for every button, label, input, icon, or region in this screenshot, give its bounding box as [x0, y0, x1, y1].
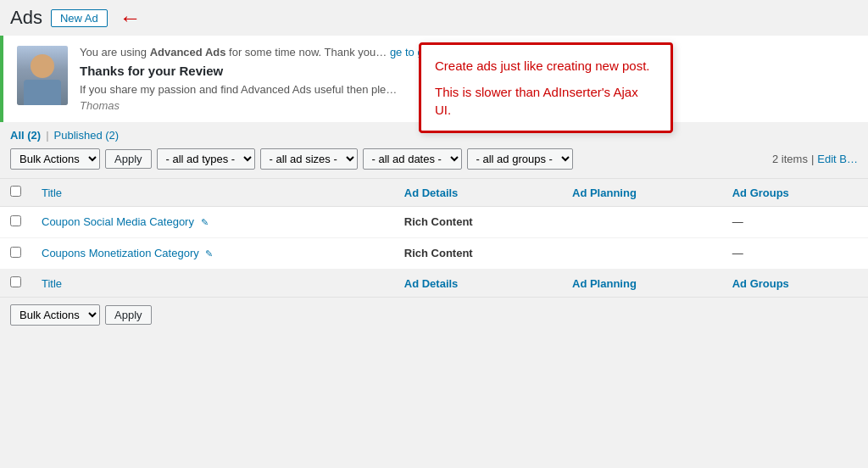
row1-groups: —	[722, 207, 868, 238]
check-footer-header	[0, 270, 31, 298]
tooltip-line2: This is slower than AdInserter's Ajax UI…	[435, 83, 657, 119]
notice-bold: Advanced Ads	[150, 46, 226, 58]
avatar-image	[17, 46, 68, 105]
th-ad-details: Ad Details	[394, 179, 562, 207]
ads-table: Title Ad Details Ad Planning Ad Groups C…	[0, 178, 868, 298]
check-all-checkbox[interactable]	[10, 186, 21, 197]
tf-ad-groups: Ad Groups	[722, 270, 868, 298]
avatar-head	[31, 54, 54, 78]
row2-detail: Rich Content	[394, 238, 562, 270]
filter-separator: |	[46, 129, 48, 142]
tab-published-link[interactable]: Published (2)	[54, 129, 120, 142]
table-footer-row: Title Ad Details Ad Planning Ad Groups	[0, 270, 868, 298]
th-title-link[interactable]: Title	[42, 187, 62, 199]
row1-check	[0, 207, 31, 238]
tf-title-link[interactable]: Title	[42, 277, 62, 290]
table-head: Title Ad Details Ad Planning Ad Groups	[0, 179, 868, 207]
row1-detail: Rich Content	[394, 207, 562, 238]
row2-detail-text: Rich Content	[404, 247, 473, 259]
edit-bulk-link[interactable]: Edit B…	[817, 153, 858, 165]
row1-title-link[interactable]: Coupon Social Media Category	[42, 215, 194, 228]
ad-dates-select[interactable]: - all ad dates -	[363, 148, 462, 170]
tf-ad-details: Ad Details	[394, 270, 562, 298]
row2-title-link[interactable]: Coupons Monetization Category	[42, 247, 199, 259]
th-title: Title	[31, 179, 394, 207]
row2-groups: —	[722, 238, 868, 270]
apply-button[interactable]: Apply	[105, 149, 152, 169]
ad-groups-select[interactable]: - all ad groups -	[467, 148, 573, 170]
row2-title: Coupons Monetization Category ✎	[31, 238, 394, 270]
toolbar: Bulk Actions Apply - all ad types - - al…	[10, 148, 858, 170]
avatar	[17, 46, 68, 105]
bottom-toolbar: Bulk Actions Apply	[0, 298, 868, 332]
bulk-actions-select[interactable]: Bulk Actions	[10, 148, 100, 170]
row2-check	[0, 238, 31, 270]
table-body: Coupon Social Media Category ✎ Rich Cont…	[0, 207, 868, 298]
items-count: 2 items | Edit B…	[772, 153, 858, 165]
row1-detail-text: Rich Content	[404, 215, 473, 228]
row1-checkbox[interactable]	[10, 215, 21, 226]
row2-checkbox[interactable]	[10, 247, 21, 258]
bottom-apply-button[interactable]: Apply	[105, 305, 152, 325]
tf-ad-planning: Ad Planning	[562, 270, 722, 298]
row1-groups-dash: —	[732, 215, 743, 228]
tab-all-link[interactable]: All (2)	[10, 129, 41, 142]
th-ad-groups: Ad Groups	[722, 179, 868, 207]
page-title: Ads	[10, 7, 42, 29]
table-header-row: Title Ad Details Ad Planning Ad Groups	[0, 179, 868, 207]
tab-all[interactable]: All (2)	[10, 129, 41, 142]
check-footer-checkbox[interactable]	[10, 276, 21, 287]
table-row: Coupon Social Media Category ✎ Rich Cont…	[0, 207, 868, 238]
row1-edit-icon: ✎	[201, 217, 209, 227]
row1-title: Coupon Social Media Category ✎	[31, 207, 394, 238]
ad-types-select[interactable]: - all ad types -	[157, 148, 255, 170]
row1-planning	[562, 207, 722, 238]
tab-published[interactable]: Published (2)	[54, 129, 120, 142]
page-header: Ads New Ad ←	[0, 0, 868, 36]
bottom-bulk-actions-select[interactable]: Bulk Actions	[10, 304, 100, 326]
row2-planning	[562, 238, 722, 270]
tooltip-popup: Create ads just like creating new post. …	[419, 42, 673, 133]
row2-edit-icon: ✎	[205, 248, 213, 259]
row2-groups-dash: —	[732, 247, 743, 259]
items-count-text: 2 items	[772, 153, 808, 165]
separator: |	[811, 153, 814, 165]
notice-banner: You are using Advanced Ads for some time…	[0, 36, 868, 122]
new-ad-button[interactable]: New Ad	[51, 9, 108, 27]
arrow-indicator: ←	[120, 7, 142, 29]
tf-title: Title	[31, 270, 394, 298]
ad-sizes-select[interactable]: - all ad sizes -	[260, 148, 358, 170]
th-ad-planning: Ad Planning	[562, 179, 722, 207]
avatar-body	[24, 80, 61, 105]
check-all-header	[0, 179, 31, 207]
tooltip-line1: Create ads just like creating new post.	[435, 57, 657, 75]
table-row: Coupons Monetization Category ✎ Rich Con…	[0, 238, 868, 270]
page-wrapper: Ads New Ad ← You are using Advanced Ads …	[0, 0, 868, 468]
